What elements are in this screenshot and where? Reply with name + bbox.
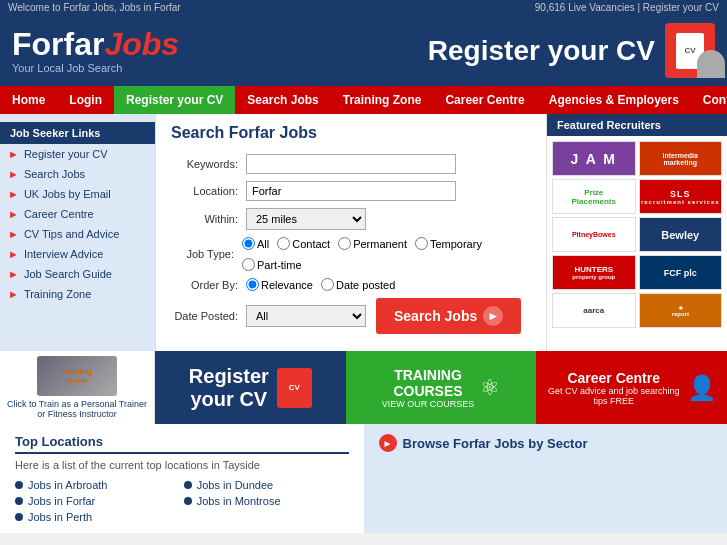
sidebar-label: CV Tips and Advice [24, 228, 119, 240]
sidebar-item-job-search-guide[interactable]: ► Job Search Guide [0, 264, 155, 284]
location-dundee[interactable]: Jobs in Dundee [184, 479, 349, 491]
top-bar-left: Welcome to Forfar Jobs, Jobs in Forfar [8, 2, 181, 13]
recruiter-sls[interactable]: SLSrecruitment services [639, 179, 723, 214]
browse-sector: ► Browse Forfar Jobs by Sector [364, 424, 728, 533]
banner-career-text: Career Centre Get CV advice and job sear… [546, 370, 681, 406]
location-input[interactable] [246, 181, 456, 201]
cv-icon: CV [665, 23, 715, 78]
recruiter-aarca[interactable]: aarca [552, 293, 636, 328]
jobtype-all[interactable]: All [242, 237, 269, 250]
sidebar-item-register-cv[interactable]: ► Register your CV [0, 144, 155, 164]
browse-sector-title: Browse Forfar Jobs by Sector [403, 436, 588, 451]
location-dot-icon [184, 481, 192, 489]
location-arbroath[interactable]: Jobs in Arbroath [15, 479, 180, 491]
keywords-input[interactable] [246, 154, 456, 174]
nav-home[interactable]: Home [0, 86, 57, 114]
arrow-icon: ► [8, 228, 19, 240]
bottom-section: Top Locations Here is a list of the curr… [0, 424, 727, 533]
search-button-label: Search Jobs [394, 308, 477, 324]
sidebar-label: Job Search Guide [24, 268, 112, 280]
cv-person-icon [697, 50, 725, 78]
orderby-row: Order By: Relevance Date posted [171, 278, 531, 291]
sidebar-item-uk-jobs-email[interactable]: ► UK Jobs by Email [0, 184, 155, 204]
location-dot-icon [184, 497, 192, 505]
sidebar-label: Interview Advice [24, 248, 103, 260]
sidebar-item-search-jobs[interactable]: ► Search Jobs [0, 164, 155, 184]
location-perth[interactable]: Jobs in Perth [15, 511, 180, 523]
orderby-relevance[interactable]: Relevance [246, 278, 313, 291]
bottom-banners: trainingroom Click to Train as a Persona… [0, 351, 727, 424]
nav-agencies[interactable]: Agencies & Employers [537, 86, 691, 114]
sidebar-item-training-zone[interactable]: ► Training Zone [0, 284, 155, 304]
location-forfar[interactable]: Jobs in Forfar [15, 495, 180, 507]
sidebar-title: Job Seeker Links [0, 122, 155, 144]
nav-login[interactable]: Login [57, 86, 114, 114]
keywords-label: Keywords: [171, 158, 246, 170]
recruiter-prize[interactable]: PrizePlacements [552, 179, 636, 214]
location-label: Jobs in Arbroath [28, 479, 108, 491]
dateposted-select[interactable]: All Today Last 3 days Last week Last 2 w… [246, 305, 366, 327]
logo: ForfarJobs Your Local Job Search [12, 28, 179, 74]
banner-courses-text: TRAINING COURSES VIEW OUR COURSES [382, 367, 475, 409]
location-dot-icon [15, 481, 23, 489]
search-arrow-icon: ► [483, 306, 503, 326]
sidebar-item-interview-advice[interactable]: ► Interview Advice [0, 244, 155, 264]
career-person-icon: 👤 [687, 374, 717, 402]
banner-training[interactable]: trainingroom Click to Train as a Persona… [0, 351, 155, 424]
recruiter-hunters[interactable]: HUNTERSproperty group [552, 255, 636, 290]
recruiter-pitney[interactable]: PitneyBowes [552, 217, 636, 252]
sidebar-label: Career Centre [24, 208, 94, 220]
jobtype-parttime[interactable]: Part-time [242, 258, 302, 271]
header: ForfarJobs Your Local Job Search Registe… [0, 15, 727, 86]
location-dot-icon [15, 497, 23, 505]
banner-cv-icon: CV [277, 368, 312, 408]
logo-text: ForfarJobs [12, 28, 179, 60]
sidebar-item-career-centre[interactable]: ► Career Centre [0, 204, 155, 224]
recruiter-jam[interactable]: J A M [552, 141, 636, 176]
register-cv-text: Register your CV [428, 35, 655, 67]
recruiter-bewley[interactable]: Bewley [639, 217, 723, 252]
recruiter-intermedia[interactable]: intermediamarketing [639, 141, 723, 176]
banner-register-cv[interactable]: Registeryour CV CV [155, 351, 346, 424]
location-label: Jobs in Perth [28, 511, 92, 523]
recruiter-fcf[interactable]: FCF plc [639, 255, 723, 290]
jobtype-temporary[interactable]: Temporary [415, 237, 482, 250]
arrow-icon: ► [8, 188, 19, 200]
nav-search-jobs[interactable]: Search Jobs [235, 86, 330, 114]
orderby-date[interactable]: Date posted [321, 278, 395, 291]
nav-training-zone[interactable]: Training Zone [331, 86, 434, 114]
nav-register-cv[interactable]: Register your CV [114, 86, 235, 114]
location-dot-icon [15, 513, 23, 521]
location-label: Jobs in Dundee [197, 479, 273, 491]
nav-contact[interactable]: Contact Us [691, 86, 727, 114]
main-content: Job Seeker Links ► Register your CV ► Se… [0, 114, 727, 351]
main-nav: Home Login Register your CV Search Jobs … [0, 86, 727, 114]
dateposted-row: Date Posted: All Today Last 3 days Last … [171, 298, 531, 334]
within-label: Within: [171, 213, 246, 225]
jobtype-contact[interactable]: Contact [277, 237, 330, 250]
sidebar-label: Search Jobs [24, 168, 85, 180]
logo-jobs: Jobs [104, 26, 179, 62]
location-label: Location: [171, 185, 246, 197]
banner-training-courses[interactable]: TRAINING COURSES VIEW OUR COURSES ⚛ [346, 351, 537, 424]
arrow-icon: ► [8, 248, 19, 260]
search-button[interactable]: Search Jobs ► [376, 298, 521, 334]
jobtype-row: Job Type: All Contact Permanent Temporar… [171, 237, 531, 271]
locations-grid: Jobs in Arbroath Jobs in Dundee Jobs in … [15, 479, 349, 523]
banner-career-centre[interactable]: Career Centre Get CV advice and job sear… [536, 351, 727, 424]
location-montrose[interactable]: Jobs in Montrose [184, 495, 349, 507]
browse-sector-header[interactable]: ► Browse Forfar Jobs by Sector [379, 434, 713, 452]
jobtype-permanent[interactable]: Permanent [338, 237, 407, 250]
jobtype-label: Job Type: [171, 248, 242, 260]
keywords-row: Keywords: [171, 154, 531, 174]
recruiter-report[interactable]: ★report [639, 293, 723, 328]
register-cv-banner[interactable]: Register your CV CV [428, 23, 715, 78]
sidebar: Job Seeker Links ► Register your CV ► Se… [0, 114, 155, 351]
within-select[interactable]: 25 miles 5 miles 10 miles 15 miles 50 mi… [246, 208, 366, 230]
top-locations-title: Top Locations [15, 434, 349, 454]
nav-career-centre[interactable]: Career Centre [433, 86, 536, 114]
recruiters-grid: J A M intermediamarketing PrizePlacement… [547, 136, 727, 333]
search-title: Search Forfar Jobs [171, 124, 531, 142]
sidebar-item-cv-tips[interactable]: ► CV Tips and Advice [0, 224, 155, 244]
search-area: Search Forfar Jobs Keywords: Location: W… [155, 114, 547, 351]
